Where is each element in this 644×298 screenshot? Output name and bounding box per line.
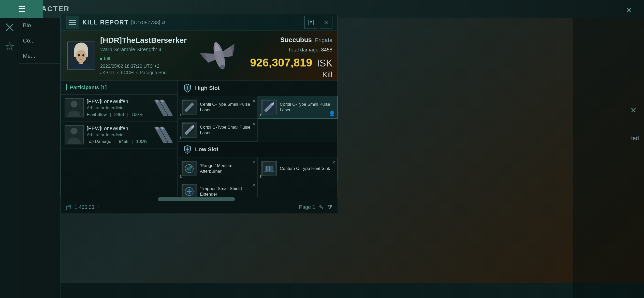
panel-scrollbar[interactable] [61, 197, 338, 201]
slot-count-2: 1 [180, 136, 182, 140]
sidebar-combat-label: Co... [23, 37, 35, 44]
ship-stats: Succubus Frigate Total damage: 8458 926,… [250, 36, 332, 79]
footer-plus-icon[interactable]: + [97, 205, 100, 210]
low-slot-item-name-0: 'Ranger' Medium Afterburner [200, 163, 254, 174]
ship-type: Frigate [315, 37, 332, 43]
footer-filter-icon[interactable]: ⧩ [327, 204, 332, 211]
isk-currency: ISK [317, 58, 332, 69]
stat-separator2-0: | [127, 112, 128, 117]
panel-title: KILL REPORT [82, 19, 129, 26]
participant-card-0[interactable]: [PEW]LoneWulfen Arbitrator Interdictor F… [61, 94, 178, 121]
stat-type-0: Final Blow [87, 112, 107, 117]
right-partial-text: ted [631, 135, 639, 142]
top-hamburger-button[interactable]: ☰ [0, 0, 43, 18]
low-slot-item-0[interactable]: 1 'Ranger' Medium Afterburner [178, 157, 258, 180]
kill-label-badge: Kill [104, 56, 110, 62]
low-slot-item-icon-0 [182, 161, 197, 176]
low-slot-count-1: 1 [259, 174, 261, 178]
stat-damage-1: 8458 [119, 139, 128, 144]
svg-rect-68 [66, 206, 70, 210]
right-shade: × ted [573, 18, 644, 298]
close-icon: × [626, 5, 631, 16]
stat-percent-1: 100% [136, 139, 147, 144]
sidebar-icon-strip [0, 18, 19, 298]
footer-value-text: 1,466.03 [75, 204, 94, 210]
high-slot-items: 1 Centii C-Type Small Pulse Laser [178, 96, 338, 142]
participant-ship-img-0 [147, 100, 175, 116]
low-slot-section: Low Slot 1 [178, 142, 338, 197]
stat-type-1: Top Damage [87, 139, 111, 144]
kill-report-panel: KILL REPORT [ID:7087733] ⧉ × [61, 14, 338, 197]
right-x-button[interactable]: × [631, 104, 636, 116]
slot-item-icon-0 [182, 100, 197, 115]
participant-card-1[interactable]: [PEW]LoneWulfen Arbitrator Interdictor T… [61, 121, 178, 148]
sidebar-medals-label: Me... [23, 53, 35, 59]
char-avatar [67, 42, 95, 70]
participant-ship-img-1 [147, 127, 175, 143]
kill-type-label: Kill [250, 70, 332, 79]
stat-separator-0: | [110, 112, 111, 117]
panel-close-button[interactable]: × [320, 16, 332, 29]
panel-close-icon: × [324, 19, 328, 26]
bottom-bar [0, 283, 644, 298]
stat-separator2-1: | [132, 139, 133, 144]
panel-footer: 1,466.03 + Page 1 ✎ ⧩ [61, 201, 338, 213]
low-slot-item-name-1: Centum C-Type Heat Sink [280, 166, 334, 171]
sidebar-combat-icon[interactable] [0, 18, 19, 37]
low-slot-count-0: 1 [180, 174, 182, 178]
low-slot-item-icon-1 [261, 161, 277, 176]
participants-header: Participants [1] [61, 80, 178, 94]
high-slot-item-0[interactable]: 1 Centii C-Type Small Pulse Laser [178, 96, 258, 119]
low-slot-item-2[interactable]: 1 'Trapper' S [178, 180, 258, 197]
sidebar-combat-item[interactable]: Co... [19, 33, 60, 48]
panel-export-button[interactable] [304, 16, 317, 29]
stat-separator-1: | [114, 139, 115, 144]
low-slot-item-icon-2 [182, 184, 197, 197]
panel-hamburger-button[interactable] [66, 16, 79, 29]
low-slot-item-remove-1[interactable]: × [332, 159, 335, 165]
panel-header: KILL REPORT [ID:7087733] ⧉ × [61, 14, 338, 31]
participants-header-text: Participants [1] [70, 85, 107, 90]
high-slot-item-2[interactable]: 1 Corpii C-Type Small Pulse Laser [178, 119, 258, 142]
ship-svg [194, 33, 245, 79]
svg-point-26 [70, 101, 77, 107]
slot-count-1: 1 [259, 113, 261, 117]
sidebar-medals-item[interactable]: Me... [19, 48, 60, 64]
sidebar-bio-item[interactable]: Bio [19, 18, 60, 33]
slots-panel: High Slot 1 [178, 80, 338, 197]
low-slot-item-remove-2[interactable]: × [252, 182, 255, 188]
sidebar-bio-label: Bio [23, 22, 31, 29]
low-slot-item-1[interactable]: 1 [258, 157, 338, 180]
low-slot-item-remove-0[interactable]: × [252, 159, 255, 165]
total-damage-value: 8458 [321, 47, 333, 52]
high-slot-item-1[interactable]: 1 Corpii C-Type Small Pulse Laser [258, 96, 338, 119]
slot-item-remove-2[interactable]: × [252, 121, 255, 127]
panel-scrollbar-thumb[interactable] [158, 197, 235, 201]
right-panel-buttons: × ted [573, 18, 644, 28]
hamburger-icon: ☰ [18, 4, 25, 14]
ship-name: Succubus [280, 36, 312, 44]
slot-item-person-icon: 👤 [329, 110, 335, 116]
slot-count-0: 1 [180, 113, 182, 117]
isk-value: 926,307,819 [250, 56, 312, 69]
slot-item-name-0: Centii C-Type Small Pulse Laser [200, 102, 254, 113]
svg-rect-62 [264, 171, 274, 172]
footer-edit-icon[interactable]: ✎ [319, 204, 324, 211]
svg-point-33 [70, 128, 77, 134]
slot-item-icon-1 [261, 100, 277, 115]
svg-marker-8 [6, 43, 14, 50]
low-slot-header: Low Slot [178, 142, 338, 157]
participant-avatar-0 [65, 98, 84, 117]
footer-page: Page 1 [299, 204, 315, 210]
slot-item-name-1: Corpii C-Type Small Pulse Laser [280, 102, 334, 113]
app-close-button[interactable]: × [621, 3, 636, 18]
svg-point-18 [82, 54, 84, 57]
footer-value-icon [66, 204, 72, 210]
panel-copy-icon[interactable]: ⧉ [162, 20, 165, 25]
high-slot-section: High Slot 1 [178, 80, 338, 142]
char-info-section: [HDR]TheLastBerserker Warp Scramble Stre… [61, 31, 338, 80]
sidebar-star-icon[interactable] [0, 37, 19, 56]
bottom-section: Participants [1] [PEW]LoneWulfen Arbitra… [61, 80, 338, 197]
stat-damage-0: 8458 [114, 112, 124, 117]
slot-item-remove-0[interactable]: × [252, 98, 255, 104]
